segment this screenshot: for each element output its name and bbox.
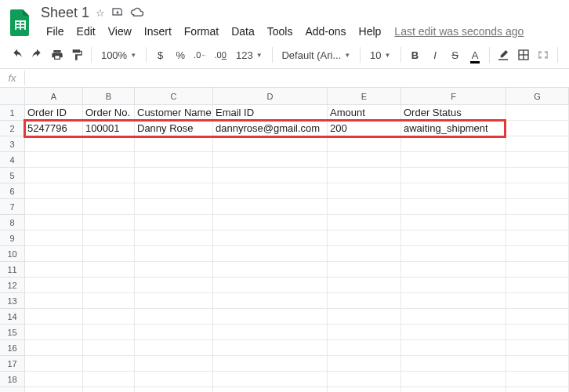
cell-D7[interactable] xyxy=(213,199,328,215)
row-header-7[interactable]: 7 xyxy=(0,199,25,215)
font-family-select[interactable]: Default (Ari...▼ xyxy=(277,45,355,65)
cell-B7[interactable] xyxy=(83,199,135,215)
cell-E9[interactable] xyxy=(328,230,401,246)
menu-addons[interactable]: Add-ons xyxy=(299,23,351,40)
column-header-F[interactable]: F xyxy=(401,88,506,105)
row-header-13[interactable]: 13 xyxy=(0,293,25,309)
cell-D13[interactable] xyxy=(213,293,328,309)
sheets-logo[interactable] xyxy=(8,7,33,38)
cell-D15[interactable] xyxy=(213,325,328,340)
cell-A19[interactable] xyxy=(25,387,83,392)
cell-B10[interactable] xyxy=(83,246,135,262)
cell-E10[interactable] xyxy=(328,246,401,262)
row-header-6[interactable]: 6 xyxy=(0,183,25,199)
cell-F11[interactable] xyxy=(401,262,506,278)
cell-B11[interactable] xyxy=(83,262,135,278)
column-header-G[interactable]: G xyxy=(506,88,569,105)
cell-A15[interactable] xyxy=(25,325,83,340)
cell-A12[interactable] xyxy=(25,278,83,293)
increase-decimals-button[interactable]: .00 xyxy=(211,45,230,65)
cell-D19[interactable] xyxy=(213,387,328,392)
cell-A13[interactable] xyxy=(25,293,83,309)
cell-F6[interactable] xyxy=(401,183,506,199)
row-header-19[interactable]: 19 xyxy=(0,387,25,392)
row-header-4[interactable]: 4 xyxy=(0,152,25,168)
column-header-D[interactable]: D xyxy=(213,88,328,105)
cell-B15[interactable] xyxy=(83,325,135,340)
move-icon[interactable] xyxy=(111,5,124,20)
select-all-corner[interactable] xyxy=(0,88,25,105)
format-currency-button[interactable]: $ xyxy=(151,45,170,65)
cell-A11[interactable] xyxy=(25,262,83,278)
paint-format-button[interactable] xyxy=(68,45,87,65)
cell-E15[interactable] xyxy=(328,325,401,340)
cell-A16[interactable] xyxy=(25,340,83,356)
cell-A7[interactable] xyxy=(25,199,83,215)
cell-A4[interactable] xyxy=(25,152,83,168)
cell-F5[interactable] xyxy=(401,168,506,183)
cell-F18[interactable] xyxy=(401,372,506,387)
row-header-8[interactable]: 8 xyxy=(0,215,25,230)
cell-A10[interactable] xyxy=(25,246,83,262)
cell-G1[interactable] xyxy=(506,105,569,121)
cell-B13[interactable] xyxy=(83,293,135,309)
cell-G11[interactable] xyxy=(506,262,569,278)
cell-F2[interactable]: awaiting_shipment xyxy=(401,121,506,136)
cell-D4[interactable] xyxy=(213,152,328,168)
cell-F8[interactable] xyxy=(401,215,506,230)
cell-F1[interactable]: Order Status xyxy=(401,105,506,121)
cell-F16[interactable] xyxy=(401,340,506,356)
cell-D1[interactable]: Email ID xyxy=(213,105,328,121)
cell-G16[interactable] xyxy=(506,340,569,356)
cell-C9[interactable] xyxy=(135,230,213,246)
cell-G5[interactable] xyxy=(506,168,569,183)
cell-A3[interactable] xyxy=(25,136,83,152)
cell-A5[interactable] xyxy=(25,168,83,183)
cell-G8[interactable] xyxy=(506,215,569,230)
cell-G4[interactable] xyxy=(506,152,569,168)
cell-C16[interactable] xyxy=(135,340,213,356)
fill-color-button[interactable] xyxy=(495,45,513,65)
cell-D5[interactable] xyxy=(213,168,328,183)
cell-G18[interactable] xyxy=(506,372,569,387)
cell-C2[interactable]: Danny Rose xyxy=(135,121,213,136)
cell-C17[interactable] xyxy=(135,356,213,372)
last-edit-link[interactable]: Last edit was seconds ago xyxy=(394,25,524,38)
cell-E6[interactable] xyxy=(328,183,401,199)
undo-button[interactable] xyxy=(8,45,27,65)
cell-B5[interactable] xyxy=(83,168,135,183)
cell-B4[interactable] xyxy=(83,152,135,168)
cell-E1[interactable]: Amount xyxy=(328,105,401,121)
cell-G7[interactable] xyxy=(506,199,569,215)
cell-C8[interactable] xyxy=(135,215,213,230)
cell-B6[interactable] xyxy=(83,183,135,199)
cell-E5[interactable] xyxy=(328,168,401,183)
font-size-select[interactable]: 10▼ xyxy=(365,45,396,65)
cell-A8[interactable] xyxy=(25,215,83,230)
star-icon[interactable]: ☆ xyxy=(96,7,105,19)
format-percent-button[interactable]: % xyxy=(171,45,190,65)
column-header-E[interactable]: E xyxy=(328,88,401,105)
cell-D8[interactable] xyxy=(213,215,328,230)
cell-D12[interactable] xyxy=(213,278,328,293)
cell-C18[interactable] xyxy=(135,372,213,387)
cell-D6[interactable] xyxy=(213,183,328,199)
cell-A17[interactable] xyxy=(25,356,83,372)
cell-E13[interactable] xyxy=(328,293,401,309)
row-header-9[interactable]: 9 xyxy=(0,230,25,246)
cell-D17[interactable] xyxy=(213,356,328,372)
cell-E17[interactable] xyxy=(328,356,401,372)
cell-A6[interactable] xyxy=(25,183,83,199)
row-header-11[interactable]: 11 xyxy=(0,262,25,278)
cell-F7[interactable] xyxy=(401,199,506,215)
print-button[interactable] xyxy=(48,45,67,65)
row-header-5[interactable]: 5 xyxy=(0,168,25,183)
cell-C13[interactable] xyxy=(135,293,213,309)
cell-B2[interactable]: 100001 xyxy=(83,121,135,136)
menu-view[interactable]: View xyxy=(103,23,137,40)
cell-B12[interactable] xyxy=(83,278,135,293)
cell-A14[interactable] xyxy=(25,309,83,325)
cell-D3[interactable] xyxy=(213,136,328,152)
row-header-16[interactable]: 16 xyxy=(0,340,25,356)
cloud-status-icon[interactable] xyxy=(130,6,144,20)
